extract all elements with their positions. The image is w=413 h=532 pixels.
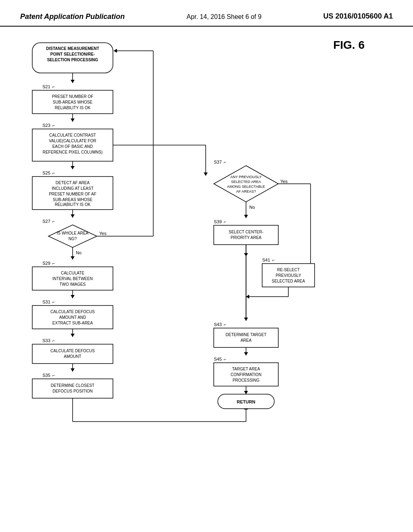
svg-text:RELIABILITY IS OK: RELIABILITY IS OK <box>55 106 91 110</box>
svg-text:S29: S29 <box>42 261 50 266</box>
svg-marker-5 <box>71 80 75 83</box>
svg-text:PROCESSING: PROCESSING <box>233 378 260 382</box>
svg-text:CALCULATE DEFOCUS: CALCULATE DEFOCUS <box>50 349 95 353</box>
svg-text:CALCULATE CONTRAST: CALCULATE CONTRAST <box>49 133 96 137</box>
svg-text:S41: S41 <box>262 258 270 262</box>
svg-text:SUB-AREAS WHOSE: SUB-AREAS WHOSE <box>53 197 93 202</box>
page: Patent Application Publication Apr. 14, … <box>0 0 413 532</box>
svg-text:⌐: ⌐ <box>52 299 55 304</box>
flowchart-container: DISTANCE MEASUREMENT POINT SELECTION/RE-… <box>20 39 383 524</box>
svg-text:RE-SELECT: RE-SELECT <box>277 268 300 272</box>
svg-text:DETECT AF AREA: DETECT AF AREA <box>56 181 90 185</box>
svg-text:AF AREAS?: AF AREAS? <box>236 189 256 193</box>
svg-text:S35: S35 <box>42 373 50 378</box>
svg-text:ANY PREVIOUSLY: ANY PREVIOUSLY <box>230 175 262 179</box>
svg-text:IS WHOLE AREA: IS WHOLE AREA <box>57 231 89 235</box>
svg-text:Yes: Yes <box>99 231 106 236</box>
svg-marker-95 <box>244 215 248 218</box>
svg-rect-98 <box>214 225 278 245</box>
svg-text:NG?: NG? <box>69 237 77 241</box>
svg-text:TWO IMAGES: TWO IMAGES <box>60 282 86 287</box>
svg-text:DETERMINE TARGET: DETERMINE TARGET <box>225 332 266 337</box>
svg-text:No: No <box>76 250 81 255</box>
diagram-area: FIG. 6 DISTANCE MEASUREMENT POINT SELECT… <box>0 27 413 532</box>
svg-text:DEFOCUS POSITION: DEFOCUS POSITION <box>52 389 92 393</box>
svg-text:⌐: ⌐ <box>52 84 55 89</box>
svg-marker-129 <box>244 391 248 394</box>
svg-text:INTERVAL BETWEEN: INTERVAL BETWEEN <box>52 276 93 281</box>
svg-text:PRESET NUMBER OF: PRESET NUMBER OF <box>52 94 94 99</box>
header-center-label: Apr. 14, 2016 Sheet 6 of 9 <box>186 12 261 22</box>
flowchart-svg: DISTANCE MEASUREMENT POINT SELECTION/RE-… <box>20 39 383 522</box>
svg-rect-71 <box>32 379 113 398</box>
svg-text:S43: S43 <box>214 322 222 327</box>
svg-text:CALCULATE DEFOCUS: CALCULATE DEFOCUS <box>50 310 95 314</box>
svg-text:DISTANCE MEASUREMENT: DISTANCE MEASUREMENT <box>46 46 99 51</box>
svg-text:VALUE(CALCULATE FOR: VALUE(CALCULATE FOR <box>49 139 96 143</box>
svg-marker-82 <box>204 172 208 176</box>
svg-text:RETURN: RETURN <box>237 399 255 404</box>
svg-marker-53 <box>71 295 75 298</box>
svg-text:EXTRACT SUB-AREA: EXTRACT SUB-AREA <box>52 321 93 325</box>
svg-text:SELECTED AREA: SELECTED AREA <box>231 180 261 184</box>
svg-text:EACH OF BASIC AND: EACH OF BASIC AND <box>52 144 93 149</box>
svg-text:⌐: ⌐ <box>52 261 55 266</box>
svg-text:No: No <box>249 205 255 210</box>
svg-text:⌐: ⌐ <box>272 258 275 262</box>
svg-text:AREA: AREA <box>240 338 252 343</box>
svg-text:⌐: ⌐ <box>224 160 226 164</box>
svg-marker-45 <box>71 256 75 260</box>
header-left-label: Patent Application Publication <box>20 12 125 21</box>
svg-rect-64 <box>32 344 113 364</box>
svg-text:S23: S23 <box>42 123 50 128</box>
svg-marker-13 <box>71 118 75 122</box>
svg-text:REFERENCE PIXEL COLUMNS): REFERENCE PIXEL COLUMNS) <box>43 150 103 154</box>
svg-text:S45: S45 <box>214 357 222 362</box>
svg-marker-42 <box>114 49 117 53</box>
svg-text:PRESET NUMBER OF AF: PRESET NUMBER OF AF <box>49 192 96 196</box>
svg-marker-114 <box>244 318 248 321</box>
svg-rect-117 <box>214 328 278 347</box>
header-right-label: US 2016/0105600 A1 <box>323 12 393 21</box>
svg-text:⌐: ⌐ <box>52 219 55 224</box>
svg-text:DETERMINE CLOSEST: DETERMINE CLOSEST <box>51 383 94 388</box>
svg-marker-83 <box>214 166 278 202</box>
svg-text:S37: S37 <box>214 160 222 164</box>
svg-marker-32 <box>71 214 75 218</box>
svg-text:⌐: ⌐ <box>224 219 226 224</box>
svg-marker-35 <box>48 225 97 247</box>
svg-text:⌐: ⌐ <box>52 170 55 175</box>
svg-text:S21: S21 <box>42 84 50 89</box>
svg-text:SUB-AREAS WHOSE: SUB-AREAS WHOSE <box>53 100 93 104</box>
header: Patent Application Publication Apr. 14, … <box>0 0 413 27</box>
svg-marker-22 <box>71 166 75 169</box>
svg-text:PRIORITY AREA: PRIORITY AREA <box>231 235 262 240</box>
svg-text:S25: S25 <box>42 170 50 175</box>
svg-text:POINT SELECTION/RE-: POINT SELECTION/RE- <box>50 52 95 56</box>
svg-text:SELECT CENTER-: SELECT CENTER- <box>229 230 263 234</box>
svg-marker-121 <box>244 352 248 355</box>
svg-text:TARGET AREA: TARGET AREA <box>232 367 260 371</box>
svg-text:PREVIOUSLY: PREVIOUSLY <box>275 273 301 278</box>
svg-marker-112 <box>246 295 249 299</box>
svg-text:Yes: Yes <box>280 179 288 184</box>
figure-label: FIG. 6 <box>333 39 365 52</box>
svg-text:⌐: ⌐ <box>224 322 226 327</box>
svg-text:RELIABILITY IS OK: RELIABILITY IS OK <box>55 202 91 207</box>
svg-text:SELECTION PROCESSING: SELECTION PROCESSING <box>47 58 98 62</box>
svg-text:⌐: ⌐ <box>224 357 226 362</box>
svg-text:S31: S31 <box>42 299 50 304</box>
svg-text:AMOUNT AND: AMOUNT AND <box>59 315 86 320</box>
svg-text:⌐: ⌐ <box>52 123 55 128</box>
svg-text:CONFIRMATION: CONFIRMATION <box>231 372 261 377</box>
svg-text:⌐: ⌐ <box>52 373 55 378</box>
svg-text:INCLUDING AT LEAST: INCLUDING AT LEAST <box>52 186 94 191</box>
svg-text:⌐: ⌐ <box>52 338 55 343</box>
svg-text:AMONG SELECTABLE: AMONG SELECTABLE <box>227 185 265 189</box>
svg-marker-61 <box>71 334 75 337</box>
svg-marker-68 <box>71 368 75 372</box>
svg-text:S39: S39 <box>214 219 222 224</box>
svg-text:CALCULATE: CALCULATE <box>61 271 84 275</box>
svg-text:S33: S33 <box>42 338 50 343</box>
svg-text:SELECTED AREA: SELECTED AREA <box>272 279 305 283</box>
